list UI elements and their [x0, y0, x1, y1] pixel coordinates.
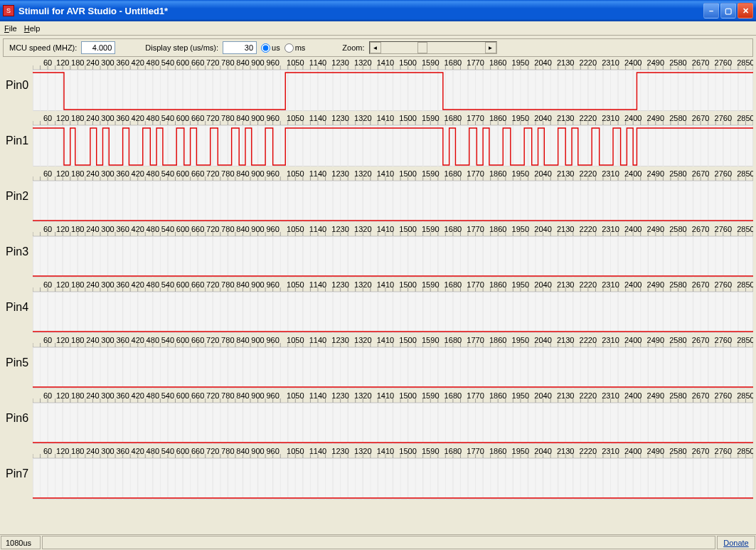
svg-text:660: 660	[191, 448, 204, 455]
svg-text:780: 780	[221, 337, 234, 344]
pin-canvas-4[interactable]: 6012018024030036042048054060066072078084…	[33, 282, 753, 333]
svg-text:960: 960	[266, 115, 279, 122]
zoom-label: Zoom:	[342, 43, 364, 52]
svg-text:2130: 2130	[557, 60, 575, 67]
svg-text:360: 360	[116, 60, 129, 67]
svg-text:1950: 1950	[512, 337, 530, 344]
pin-canvas-7[interactable]: 6012018024030036042048054060066072078084…	[33, 448, 753, 499]
svg-text:780: 780	[221, 448, 234, 455]
svg-text:1410: 1410	[377, 393, 395, 400]
svg-text:120: 120	[56, 171, 69, 178]
svg-text:1230: 1230	[331, 226, 349, 233]
svg-text:600: 600	[176, 171, 189, 178]
pin-canvas-2[interactable]: 6012018024030036042048054060066072078084…	[33, 171, 753, 222]
svg-text:1230: 1230	[331, 60, 349, 67]
zoom-left-button[interactable]: ◄	[370, 42, 381, 53]
svg-text:1770: 1770	[467, 448, 484, 455]
svg-text:720: 720	[206, 171, 219, 178]
svg-text:960: 960	[266, 226, 279, 233]
svg-text:780: 780	[221, 171, 234, 178]
pin-canvas-6[interactable]: 6012018024030036042048054060066072078084…	[33, 393, 753, 444]
pin-canvas-5[interactable]: 6012018024030036042048054060066072078084…	[33, 337, 753, 388]
svg-text:1320: 1320	[354, 337, 372, 344]
svg-text:1410: 1410	[377, 115, 395, 122]
svg-text:2310: 2310	[602, 448, 619, 455]
svg-text:2850: 2850	[737, 171, 753, 178]
svg-text:120: 120	[56, 282, 69, 289]
svg-text:1590: 1590	[422, 393, 440, 400]
svg-text:720: 720	[206, 282, 219, 289]
svg-text:1590: 1590	[422, 115, 440, 122]
zoom-slider[interactable]: ◄ ►	[369, 41, 497, 54]
unit-ms-radio[interactable]: ms	[284, 43, 306, 53]
pin-canvas-0[interactable]: 6012018024030036042048054060066072078084…	[33, 60, 753, 111]
svg-text:2310: 2310	[602, 171, 619, 178]
svg-text:1680: 1680	[444, 282, 462, 289]
svg-text:1860: 1860	[489, 282, 507, 289]
display-step-input[interactable]	[223, 41, 257, 54]
svg-text:360: 360	[116, 171, 129, 178]
svg-text:2850: 2850	[737, 60, 753, 67]
maximize-button[interactable]: ▢	[720, 3, 736, 18]
svg-text:480: 480	[147, 171, 159, 178]
svg-text:60: 60	[43, 448, 52, 455]
window-title: Stimuli for AVR Studio - Untitled1*	[18, 6, 703, 16]
svg-text:1860: 1860	[489, 337, 507, 344]
svg-text:1140: 1140	[309, 226, 327, 233]
svg-text:2220: 2220	[580, 226, 597, 233]
unit-us-radio[interactable]: us	[261, 43, 280, 53]
svg-text:660: 660	[191, 171, 204, 178]
close-button[interactable]: ✕	[738, 3, 753, 18]
svg-text:360: 360	[116, 115, 129, 122]
pin-row-3: Pin3601201802403003604204805406006607207…	[3, 226, 753, 277]
zoom-thumb[interactable]	[417, 42, 427, 53]
pin-canvas-3[interactable]: 6012018024030036042048054060066072078084…	[33, 226, 753, 277]
svg-text:2400: 2400	[624, 115, 642, 122]
svg-text:2490: 2490	[647, 393, 665, 400]
svg-text:1410: 1410	[377, 448, 395, 455]
svg-text:1320: 1320	[354, 226, 372, 233]
mcu-speed-label: MCU speed (MHZ):	[9, 43, 77, 52]
mcu-speed-input[interactable]	[81, 41, 115, 54]
svg-text:1950: 1950	[512, 282, 530, 289]
zoom-right-button[interactable]: ►	[485, 42, 496, 53]
svg-text:180: 180	[71, 60, 84, 67]
pin-canvas-1[interactable]: 6012018024030036042048054060066072078084…	[33, 115, 753, 166]
svg-text:2850: 2850	[737, 393, 753, 400]
svg-text:360: 360	[116, 337, 129, 344]
svg-text:840: 840	[236, 337, 249, 344]
minimize-button[interactable]: –	[703, 3, 719, 18]
svg-text:2580: 2580	[669, 393, 687, 400]
svg-text:1050: 1050	[287, 60, 304, 67]
svg-text:300: 300	[101, 226, 114, 233]
svg-text:600: 600	[176, 115, 189, 122]
svg-text:240: 240	[86, 337, 99, 344]
svg-text:720: 720	[206, 226, 219, 233]
pin-label-3: Pin3	[3, 226, 33, 277]
svg-text:2400: 2400	[624, 226, 642, 233]
svg-text:840: 840	[236, 282, 249, 289]
svg-text:1500: 1500	[399, 171, 417, 178]
svg-text:2490: 2490	[647, 171, 665, 178]
svg-text:840: 840	[236, 60, 249, 67]
svg-text:2580: 2580	[669, 282, 687, 289]
svg-text:2490: 2490	[647, 337, 665, 344]
svg-text:2760: 2760	[715, 171, 733, 178]
svg-text:2040: 2040	[534, 282, 552, 289]
svg-text:600: 600	[176, 60, 189, 67]
menu-help[interactable]: Help	[24, 24, 41, 33]
svg-text:2400: 2400	[624, 60, 642, 67]
svg-text:2310: 2310	[602, 282, 619, 289]
svg-text:2400: 2400	[624, 393, 642, 400]
svg-text:2130: 2130	[557, 171, 575, 178]
svg-text:540: 540	[161, 393, 174, 400]
pin-row-5: Pin5601201802403003604204805406006607207…	[3, 337, 753, 388]
svg-text:120: 120	[56, 226, 69, 233]
svg-text:180: 180	[71, 448, 84, 455]
menu-file[interactable]: File	[4, 24, 17, 33]
svg-text:2670: 2670	[692, 115, 710, 122]
donate-button[interactable]: Donate	[717, 536, 755, 549]
pin-row-6: Pin6601201802403003604204805406006607207…	[3, 393, 753, 444]
svg-text:2040: 2040	[534, 448, 552, 455]
svg-text:2580: 2580	[669, 448, 687, 455]
